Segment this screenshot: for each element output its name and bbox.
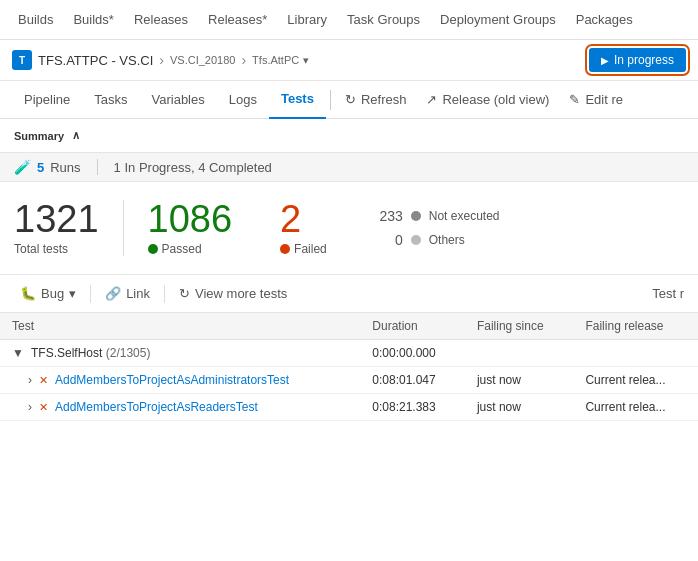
test-name-1[interactable]: AddMembersToProjectAsAdministratorsTest <box>55 373 289 387</box>
group-failing-release <box>573 340 698 367</box>
runs-bar: 🧪 5 Runs 1 In Progress, 4 Completed <box>0 152 698 182</box>
view-more-button[interactable]: ↻ View more tests <box>173 283 293 304</box>
breadcrumb-release[interactable]: Tfs.AttPC ▾ <box>252 54 309 67</box>
group-detail: (2/1305) <box>106 346 151 360</box>
group-duration: 0:00:00.000 <box>360 340 465 367</box>
not-executed-label: Not executed <box>429 209 500 223</box>
runs-count-section: 🧪 5 Runs <box>14 159 98 175</box>
nav-task-groups[interactable]: Task Groups <box>337 0 430 40</box>
nav-packages[interactable]: Packages <box>566 0 643 40</box>
org-logo: T <box>12 50 32 70</box>
breadcrumb-sep-2: › <box>241 52 246 68</box>
bug-button[interactable]: 🐛 Bug ▾ <box>14 283 82 304</box>
group-name: TFS.SelfHost <box>31 346 102 360</box>
tab-logs[interactable]: Logs <box>217 81 269 119</box>
col-duration: Duration <box>360 313 465 340</box>
stat-others-section: 233 Not executed 0 Others <box>375 208 500 248</box>
test-right-label: Test r <box>652 286 684 301</box>
stat-failed: 2 Failed <box>280 200 351 256</box>
passed-count: 1086 <box>148 200 233 238</box>
breadcrumb-sep-1: › <box>159 52 164 68</box>
refresh-icon: ↻ <box>345 92 356 107</box>
others-row: 0 Others <box>375 232 500 248</box>
tab-variables[interactable]: Variables <box>140 81 217 119</box>
summary-collapse-icon[interactable]: ∧ <box>72 129 80 142</box>
test-cell-1: › ✕ AddMembersToProjectAsAdministratorsT… <box>0 367 360 394</box>
nav-library[interactable]: Library <box>277 0 337 40</box>
sub-nav-divider <box>330 90 331 110</box>
passed-label: Passed <box>148 242 233 256</box>
flask-icon: 🧪 <box>14 159 31 175</box>
expand-icon[interactable]: ▼ <box>12 346 24 360</box>
table-row: › ✕ AddMembersToProjectAsAdministratorsT… <box>0 367 698 394</box>
failed-dot <box>280 244 290 254</box>
bug-icon: 🐛 <box>20 286 36 301</box>
others-count: 0 <box>375 232 403 248</box>
expand-icon-3[interactable]: › <box>28 400 32 414</box>
refresh-small-icon: ↻ <box>179 286 190 301</box>
total-count: 1321 <box>14 200 99 238</box>
group-cell: ▼ TFS.SelfHost (2/1305) <box>0 340 360 367</box>
action-old-view[interactable]: ↗ Release (old view) <box>416 81 559 119</box>
tab-tests[interactable]: Tests <box>269 81 326 119</box>
link-icon: 🔗 <box>105 286 121 301</box>
breadcrumb-org[interactable]: TFS.ATTPC - VS.CI <box>38 53 153 68</box>
test-failing-release-1: Current relea... <box>573 367 698 394</box>
edit-icon: ✎ <box>569 92 580 107</box>
test-failing-release-2: Current relea... <box>573 394 698 421</box>
test-duration-2: 0:08:21.383 <box>360 394 465 421</box>
nav-releases-star[interactable]: Releases* <box>198 0 277 40</box>
toolbar-sep-1 <box>90 285 91 303</box>
test-cell-2: › ✕ AddMembersToProjectAsReadersTest <box>0 394 360 421</box>
test-failing-since-2: just now <box>465 394 574 421</box>
test-name-2[interactable]: AddMembersToProjectAsReadersTest <box>55 400 258 414</box>
stat-passed: 1086 Passed <box>148 200 257 256</box>
fail-icon-2: ✕ <box>39 401 48 413</box>
nav-builds[interactable]: Builds <box>8 0 63 40</box>
others-dot <box>411 235 421 245</box>
table-header-row: Test Duration Failing since Failing rele… <box>0 313 698 340</box>
test-duration-1: 0:08:01.047 <box>360 367 465 394</box>
action-refresh[interactable]: ↻ Refresh <box>335 81 417 119</box>
link-button[interactable]: 🔗 Link <box>99 283 156 304</box>
tab-pipeline[interactable]: Pipeline <box>12 81 82 119</box>
not-executed-row: 233 Not executed <box>375 208 500 224</box>
others-label: Others <box>429 233 465 247</box>
nav-builds-star[interactable]: Builds* <box>63 0 123 40</box>
bug-dropdown-icon: ▾ <box>69 286 76 301</box>
nav-deployment-groups[interactable]: Deployment Groups <box>430 0 566 40</box>
expand-icon-2[interactable]: › <box>28 373 32 387</box>
test-failing-since-1: just now <box>465 367 574 394</box>
tab-tasks[interactable]: Tasks <box>82 81 139 119</box>
summary-header: Summary ∧ <box>0 119 698 152</box>
summary-title: Summary <box>14 130 64 142</box>
stat-total: 1321 Total tests <box>14 200 124 256</box>
col-failing-since: Failing since <box>465 313 574 340</box>
failed-count: 2 <box>280 200 327 238</box>
old-view-icon: ↗ <box>426 92 437 107</box>
toolbar-sep-2 <box>164 285 165 303</box>
stats-area: 1321 Total tests 1086 Passed 2 Failed 23… <box>0 182 698 274</box>
sub-navigation: Pipeline Tasks Variables Logs Tests ↻ Re… <box>0 81 698 119</box>
total-label: Total tests <box>14 242 99 256</box>
table-row: ▼ TFS.SelfHost (2/1305) 0:00:00.000 <box>0 340 698 367</box>
in-progress-button[interactable]: In progress <box>589 48 686 72</box>
action-edit[interactable]: ✎ Edit re <box>559 81 633 119</box>
table-row: › ✕ AddMembersToProjectAsReadersTest 0:0… <box>0 394 698 421</box>
not-executed-count: 233 <box>375 208 403 224</box>
fail-icon-1: ✕ <box>39 374 48 386</box>
top-navigation: Builds Builds* Releases Releases* Librar… <box>0 0 698 40</box>
toolbar: 🐛 Bug ▾ 🔗 Link ↻ View more tests Test r <box>0 274 698 313</box>
failed-label: Failed <box>280 242 327 256</box>
passed-dot <box>148 244 158 254</box>
not-executed-dot <box>411 211 421 221</box>
nav-releases[interactable]: Releases <box>124 0 198 40</box>
runs-label: Runs <box>50 160 80 175</box>
runs-status: 1 In Progress, 4 Completed <box>114 160 272 175</box>
col-failing-release: Failing release <box>573 313 698 340</box>
breadcrumb-pipeline[interactable]: VS.CI_20180 <box>170 54 235 66</box>
runs-number: 5 <box>37 160 44 175</box>
group-failing-since <box>465 340 574 367</box>
col-test: Test <box>0 313 360 340</box>
test-table: Test Duration Failing since Failing rele… <box>0 313 698 421</box>
